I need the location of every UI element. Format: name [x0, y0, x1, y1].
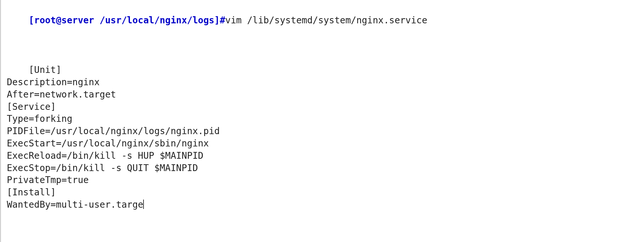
file-line: ExecStop=/bin/kill -s QUIT $MAINPID [7, 163, 198, 173]
file-line: PIDFile=/usr/local/nginx/logs/nginx.pid [7, 126, 220, 136]
file-line: [Install] [7, 187, 56, 198]
file-line: WantedBy=multi-user.targe [7, 199, 143, 210]
editor-content[interactable]: [Unit] Description=nginx After=network.t… [7, 52, 644, 223]
typed-command: vim /lib/systemd/system/nginx.service [225, 15, 427, 26]
terminal-window[interactable]: [root@server /usr/local/nginx/logs]#vim … [0, 0, 644, 242]
file-line: After=network.target [7, 89, 116, 100]
file-line: Description=nginx [7, 77, 100, 87]
shell-prompt: [root@server /usr/local/nginx/logs]# [29, 15, 225, 26]
file-line: Type=forking [7, 113, 72, 124]
text-cursor [143, 200, 144, 209]
file-line: ExecReload=/bin/kill -s HUP $MAINPID [7, 150, 203, 161]
file-line: [Unit] [29, 64, 61, 75]
file-line: PrivateTmp=true [7, 175, 89, 185]
file-line: [Service] [7, 101, 56, 112]
command-line[interactable]: [root@server /usr/local/nginx/logs]#vim … [7, 2, 644, 39]
file-line: ExecStart=/usr/local/nginx/sbin/nginx [7, 138, 209, 149]
